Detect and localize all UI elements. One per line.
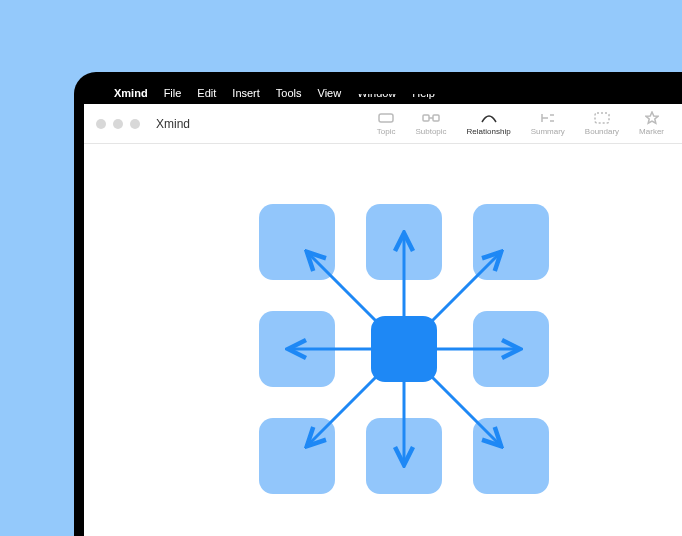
toolbar-boundary[interactable]: Boundary xyxy=(575,111,629,136)
window-title: Xmind xyxy=(156,117,190,131)
svg-line-12 xyxy=(427,254,499,326)
app-window: Xmind Topic Subtopic xyxy=(84,104,682,536)
boundary-icon xyxy=(593,111,611,125)
menubar-app-name[interactable]: Xmind xyxy=(114,87,148,99)
menubar-tools[interactable]: Tools xyxy=(276,87,302,99)
svg-rect-2 xyxy=(433,115,439,121)
svg-rect-4 xyxy=(595,113,609,123)
toolbar-label: Marker xyxy=(639,127,664,136)
close-button[interactable] xyxy=(96,119,106,129)
svg-line-14 xyxy=(427,372,499,444)
svg-rect-0 xyxy=(379,114,393,122)
svg-rect-1 xyxy=(423,115,429,121)
toolbar-label: Relationship xyxy=(467,127,511,136)
maximize-button[interactable] xyxy=(130,119,140,129)
menubar-insert[interactable]: Insert xyxy=(232,87,260,99)
center-node[interactable] xyxy=(371,316,437,382)
screen: Xmind File Edit Insert Tools View Window… xyxy=(84,82,682,536)
toolbar-label: Subtopic xyxy=(415,127,446,136)
topic-icon xyxy=(377,111,395,125)
titlebar: Xmind Topic Subtopic xyxy=(84,104,682,144)
subtopic-icon xyxy=(422,111,440,125)
traffic-lights xyxy=(96,119,140,129)
svg-line-11 xyxy=(309,254,381,326)
camera-notch xyxy=(344,82,464,94)
minimize-button[interactable] xyxy=(113,119,123,129)
toolbar-label: Boundary xyxy=(585,127,619,136)
toolbar-relationship[interactable]: Relationship xyxy=(457,111,521,136)
svg-line-13 xyxy=(309,372,381,444)
menubar-view[interactable]: View xyxy=(318,87,342,99)
toolbar-label: Summary xyxy=(531,127,565,136)
menubar-edit[interactable]: Edit xyxy=(197,87,216,99)
toolbar-label: Topic xyxy=(377,127,396,136)
diagram xyxy=(259,204,549,494)
summary-icon xyxy=(539,111,557,125)
relationship-icon xyxy=(480,111,498,125)
toolbar-subtopic[interactable]: Subtopic xyxy=(405,111,456,136)
laptop-frame: Xmind File Edit Insert Tools View Window… xyxy=(74,72,682,536)
toolbar: Topic Subtopic Relationship xyxy=(367,111,682,136)
toolbar-insert[interactable]: Ins xyxy=(674,111,682,136)
marker-icon xyxy=(643,111,661,125)
toolbar-marker[interactable]: Marker xyxy=(629,111,674,136)
toolbar-summary[interactable]: Summary xyxy=(521,111,575,136)
canvas[interactable] xyxy=(84,144,682,536)
menubar-file[interactable]: File xyxy=(164,87,182,99)
toolbar-topic[interactable]: Topic xyxy=(367,111,406,136)
